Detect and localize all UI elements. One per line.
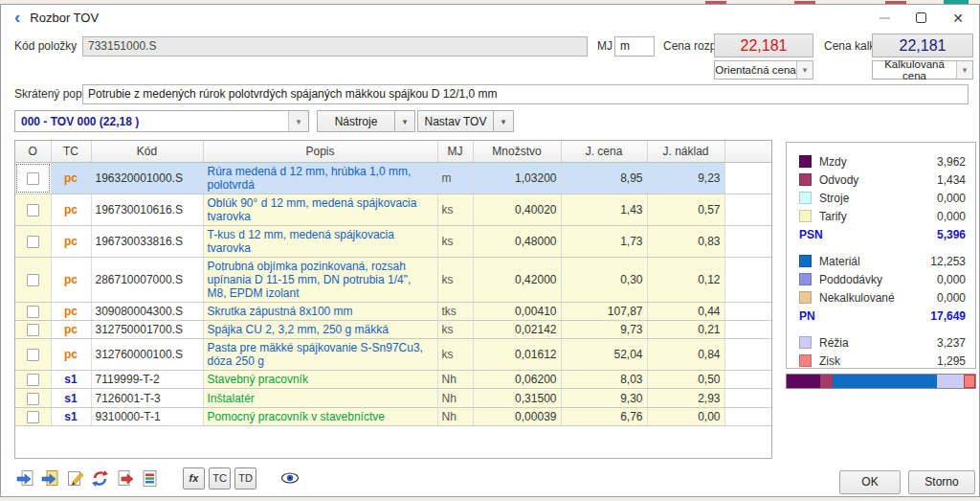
bar-segment-r-ia <box>937 375 965 388</box>
column-header-j-n-klad[interactable]: J. náklad <box>647 141 724 162</box>
row-tc: s1 <box>51 407 91 425</box>
row-unit-cost: 0,50 <box>647 371 724 389</box>
tools-button[interactable]: Nástroje <box>317 110 395 132</box>
column-header-popis[interactable]: Popis <box>203 141 437 162</box>
row-quantity: 0,42000 <box>473 257 561 302</box>
legend-swatch-icon <box>799 336 812 349</box>
legend-total-psn: PSN5,396 <box>787 225 975 243</box>
legend-total-value: 17,649 <box>930 309 966 323</box>
table-row[interactable]: pc312750001700.SSpájka CU 2, 3,2 mm, 250… <box>15 320 771 338</box>
minimize-icon <box>880 17 890 19</box>
chevron-down-icon[interactable]: ▾ <box>796 61 813 79</box>
legend-swatch-icon <box>799 354 812 367</box>
row-checkbox[interactable] <box>27 204 39 216</box>
row-filler <box>724 194 771 225</box>
column-header-o[interactable]: O <box>15 141 51 162</box>
row-select-cell[interactable] <box>15 320 51 338</box>
column-header-k-d[interactable]: Kód <box>91 141 203 162</box>
legend-swatch-icon <box>799 291 812 304</box>
eye-icon[interactable] <box>278 467 302 490</box>
row-checkbox[interactable] <box>27 306 39 318</box>
column-header-mj[interactable]: MJ <box>437 141 473 162</box>
row-quantity: 0,31500 <box>473 389 561 407</box>
cancel-button[interactable]: Storno <box>908 470 975 494</box>
chevron-down-icon[interactable]: ▾ <box>288 111 308 131</box>
row-unit-cost: 0,21 <box>647 320 724 338</box>
table-row[interactable]: s17126001-T-3InštalatérNh0,315009,302,93 <box>15 389 771 407</box>
column-header-tc[interactable]: TC <box>51 141 91 162</box>
edit-icon[interactable] <box>62 467 87 490</box>
row-checkbox[interactable] <box>27 324 39 336</box>
row-unit-cost: 0,00 <box>647 407 724 425</box>
row-code: 286710007000.S <box>91 257 203 302</box>
cost-summary-panel: Mzdy3,962Odvody1,434Stroje0,000Tarify0,0… <box>786 142 976 369</box>
mj-field[interactable]: m <box>614 36 655 57</box>
background-window-sliver-bottom <box>0 497 980 501</box>
row-select-cell[interactable] <box>15 407 51 425</box>
row-checkbox[interactable] <box>27 374 39 386</box>
table-row[interactable]: pc196730033816.ST-kus d 12 mm, medená sp… <box>15 225 771 257</box>
table-row[interactable]: pc286710007000.SPotrubná objímka pozinko… <box>15 257 771 302</box>
row-unit: tks <box>437 302 473 320</box>
legend-label: Mzdy <box>819 155 937 169</box>
item-code-field[interactable]: 733151000.S <box>82 36 588 57</box>
set-tov-dropdown-icon[interactable]: ▾ <box>494 110 514 132</box>
refresh-icon[interactable] <box>87 467 112 490</box>
fx-button[interactable]: fx <box>183 467 205 490</box>
dialog-title: Rozbor TOV <box>30 11 99 25</box>
row-unit-price: 107,87 <box>561 302 647 320</box>
table-row[interactable]: pc309080004300.SSkrutka zápustná 8x100 m… <box>15 302 771 320</box>
legend-value: 0,000 <box>937 273 966 286</box>
row-quantity: 0,48000 <box>473 225 561 257</box>
row-select-cell[interactable] <box>15 225 51 257</box>
td-button[interactable]: TD <box>234 467 256 490</box>
row-checkbox[interactable] <box>27 393 39 405</box>
row-checkbox[interactable] <box>27 236 39 248</box>
maximize-icon[interactable] <box>916 12 926 23</box>
row-checkbox[interactable] <box>27 274 39 286</box>
row-filler <box>724 371 771 389</box>
statement-list-icon[interactable] <box>137 467 162 490</box>
row-code: 312760000100.S <box>91 339 203 371</box>
row-select-cell[interactable] <box>15 371 51 389</box>
row-checkbox[interactable] <box>27 349 39 361</box>
bar-segment-materi-l <box>833 375 937 388</box>
row-select-cell[interactable] <box>15 302 51 320</box>
price-budget-type-dropdown[interactable]: Orientačná cena ▾ <box>714 60 813 80</box>
row-select-cell[interactable] <box>15 162 51 194</box>
row-select-cell[interactable] <box>15 339 51 371</box>
insert-from-catalog-icon[interactable] <box>37 467 62 490</box>
legend-swatch-icon <box>799 155 812 168</box>
row-unit-price: 8,95 <box>561 162 647 194</box>
row-unit: Nh <box>437 407 473 425</box>
row-quantity: 1,03200 <box>473 162 561 194</box>
row-unit-price: 9,30 <box>561 389 647 407</box>
row-select-cell[interactable] <box>15 194 51 225</box>
tools-dropdown-icon[interactable]: ▾ <box>395 110 415 132</box>
legend-row: Réžia3,237 <box>787 333 975 352</box>
chevron-down-icon[interactable]: ▾ <box>956 61 972 79</box>
legend-row: Odvody1,434 <box>787 171 975 189</box>
set-tov-button[interactable]: Nastav TOV <box>417 110 494 132</box>
back-icon[interactable]: ‹ <box>14 9 20 26</box>
row-select-cell[interactable] <box>15 257 51 302</box>
table-row[interactable]: s19310000-T-1Pomocný pracovník v stavebn… <box>15 407 771 425</box>
row-select-cell[interactable] <box>15 389 51 407</box>
column-header-mno-stvo[interactable]: Množstvo <box>473 141 561 162</box>
tc-button[interactable]: TC <box>209 467 231 490</box>
table-row[interactable]: pc312760000100.SPasta pre mäkké spájkova… <box>15 339 771 371</box>
table-row[interactable]: pc196730010616.SOblúk 90° d 12 mm, meden… <box>15 194 771 225</box>
table-row[interactable]: s17119999-T-2Stavebný pracovníkNh0,06200… <box>15 371 771 389</box>
short-desc-field[interactable]: Potrubie z medených rúrok polotvrdých sp… <box>82 84 969 104</box>
bar-segment-zisk <box>964 375 975 388</box>
table-row[interactable]: pc196320001000.SRúra medená d 12 mm, hrú… <box>15 162 771 194</box>
row-checkbox[interactable] <box>27 411 39 423</box>
tov-selector[interactable]: 000 - TOV 000 (22,18 ) ▾ <box>14 110 309 132</box>
column-header-j-cena[interactable]: J. cena <box>561 141 647 162</box>
insert-item-icon[interactable] <box>12 467 37 490</box>
close-icon[interactable]: ✕ <box>952 11 964 25</box>
ok-button[interactable]: OK <box>839 470 901 494</box>
price-calc-type-dropdown[interactable]: Kalkulovaná cena ▾ <box>872 60 973 80</box>
remove-item-icon[interactable] <box>112 467 137 490</box>
row-tc: pc <box>51 339 91 371</box>
